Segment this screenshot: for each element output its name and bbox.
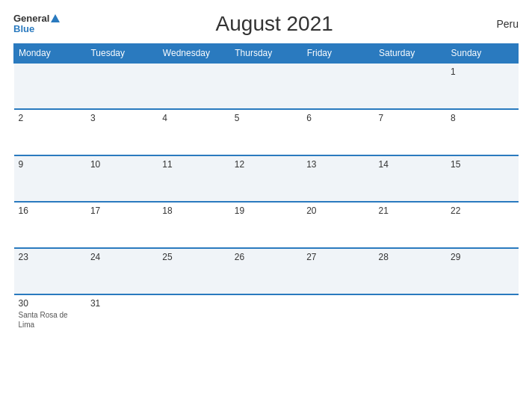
day-event: Santa Rosa de Lima: [19, 310, 81, 330]
calendar-cell: 3: [86, 109, 158, 155]
day-number: 27: [306, 252, 369, 262]
calendar-cell: [14, 63, 86, 109]
day-number: 20: [306, 206, 369, 216]
day-number: 11: [162, 159, 225, 170]
country-label: Peru: [489, 18, 519, 30]
calendar-row: 16171819202122: [14, 202, 519, 248]
calendar-cell: 29: [446, 248, 518, 294]
day-number: 23: [19, 252, 81, 262]
day-number: 12: [235, 159, 297, 170]
calendar-cell: 6: [302, 109, 374, 155]
weekday-header-wednesday: Wednesday: [158, 44, 229, 64]
calendar-cell: 10: [86, 155, 158, 202]
calendar-header-row: MondayTuesdayWednesdayThursdayFridaySatu…: [14, 44, 519, 64]
calendar-cell: [302, 63, 374, 109]
calendar-cell: 8: [446, 109, 518, 155]
calendar-cell: [374, 63, 446, 109]
day-number: 4: [162, 113, 225, 123]
calendar-cell: [446, 294, 518, 341]
day-number: 6: [306, 113, 369, 123]
calendar-cell: [302, 294, 374, 341]
weekday-header-sunday: Sunday: [446, 44, 518, 64]
calendar-title: August 2021: [60, 12, 489, 36]
calendar-cell: 16: [14, 202, 86, 248]
day-number: 19: [235, 206, 297, 216]
day-number: 5: [235, 113, 297, 123]
day-number: 17: [90, 206, 153, 216]
weekday-header-tuesday: Tuesday: [86, 44, 158, 64]
day-number: 29: [451, 252, 513, 262]
calendar-row: 1: [14, 63, 519, 109]
calendar-page: General Blue August 2021 Peru MondayTues…: [0, 0, 532, 411]
calendar-cell: 11: [158, 155, 229, 202]
calendar-cell: 28: [374, 248, 446, 294]
calendar-row: 23242526272829: [14, 248, 519, 294]
weekday-header-monday: Monday: [14, 44, 86, 64]
calendar-row: 9101112131415: [14, 155, 519, 202]
day-number: 24: [90, 252, 153, 262]
calendar-cell: 9: [14, 155, 86, 202]
day-number: 10: [90, 159, 153, 170]
day-number: 13: [306, 159, 369, 170]
calendar-cell: 21: [374, 202, 446, 248]
weekday-header-thursday: Thursday: [230, 44, 302, 64]
calendar-cell: 23: [14, 248, 86, 294]
logo: General Blue: [13, 13, 60, 35]
calendar-body: 1234567891011121314151617181920212223242…: [14, 63, 519, 341]
calendar-cell: 13: [302, 155, 374, 202]
day-number: 1: [451, 67, 513, 77]
calendar-cell: 15: [446, 155, 518, 202]
calendar-cell: 4: [158, 109, 229, 155]
day-number: 31: [90, 298, 153, 309]
calendar-cell: [230, 63, 302, 109]
calendar-cell: 5: [230, 109, 302, 155]
calendar-cell: 17: [86, 202, 158, 248]
day-number: 3: [90, 113, 153, 123]
day-number: 2: [19, 113, 81, 123]
calendar-cell: 1: [446, 63, 518, 109]
calendar-row: 30Santa Rosa de Lima31: [14, 294, 519, 341]
logo-general-text: General: [13, 13, 49, 24]
weekday-header-friday: Friday: [302, 44, 374, 64]
calendar-cell: 24: [86, 248, 158, 294]
day-number: 16: [19, 206, 81, 216]
calendar-cell: 31: [86, 294, 158, 341]
calendar-header: General Blue August 2021 Peru: [13, 12, 519, 36]
calendar-cell: 2: [14, 109, 86, 155]
calendar-cell: [86, 63, 158, 109]
calendar-cell: 19: [230, 202, 302, 248]
day-number: 8: [451, 113, 513, 123]
calendar-cell: 26: [230, 248, 302, 294]
day-number: 15: [451, 159, 513, 170]
day-number: 30: [19, 298, 81, 309]
day-number: 14: [379, 159, 442, 170]
calendar-cell: 12: [230, 155, 302, 202]
calendar-cell: 30Santa Rosa de Lima: [14, 294, 86, 341]
calendar-cell: 20: [302, 202, 374, 248]
weekday-header-saturday: Saturday: [374, 44, 446, 64]
calendar-row: 2345678: [14, 109, 519, 155]
calendar-cell: [374, 294, 446, 341]
calendar-cell: 27: [302, 248, 374, 294]
calendar-table: MondayTuesdayWednesdayThursdayFridaySatu…: [13, 43, 519, 341]
day-number: 28: [379, 252, 442, 262]
calendar-cell: [230, 294, 302, 341]
calendar-cell: 18: [158, 202, 229, 248]
calendar-cell: [158, 294, 229, 341]
calendar-cell: 14: [374, 155, 446, 202]
calendar-cell: [158, 63, 229, 109]
day-number: 21: [379, 206, 442, 216]
day-number: 7: [379, 113, 442, 123]
calendar-cell: 22: [446, 202, 518, 248]
day-number: 25: [162, 252, 225, 262]
logo-blue-text: Blue: [13, 24, 60, 34]
day-number: 9: [19, 159, 81, 170]
day-number: 18: [162, 206, 225, 216]
logo-triangle-icon: [51, 14, 60, 22]
day-number: 22: [451, 206, 513, 216]
calendar-cell: 25: [158, 248, 229, 294]
day-number: 26: [235, 252, 297, 262]
calendar-cell: 7: [374, 109, 446, 155]
